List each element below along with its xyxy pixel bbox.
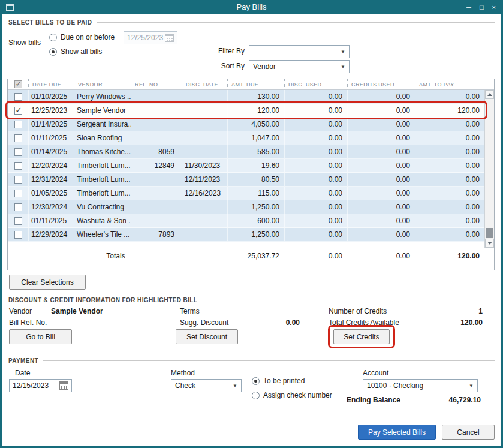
to-be-printed-radio[interactable]: To be printed bbox=[252, 377, 305, 385]
amt-to-pay-cell: 0.00 bbox=[415, 131, 484, 145]
date-due-cell: 01/11/2025 bbox=[28, 214, 74, 227]
disc-used-cell: 0.00 bbox=[284, 173, 347, 186]
amt-due-cell: 585.00 bbox=[227, 145, 284, 158]
show-all-bills-label[interactable]: Show all bills bbox=[61, 47, 102, 56]
table-row[interactable]: 12/20/2024 Timberloft Lum... 12849 11/30… bbox=[8, 159, 484, 173]
col-header-date-due[interactable]: DATE DUE bbox=[28, 79, 74, 89]
table-row[interactable]: 01/11/2025 Washuta & Son ... 600.00 0.00… bbox=[8, 214, 484, 228]
table-row[interactable]: 01/10/2025 Perry Windows ... 130.00 0.00… bbox=[8, 90, 484, 104]
chevron-down-icon: ▼ bbox=[341, 64, 345, 70]
due-on-or-before-radio[interactable]: Due on or before bbox=[49, 33, 115, 41]
table-row-selected[interactable]: 12/25/2023 Sample Vendor 120.00 0.00 0.0… bbox=[8, 104, 484, 118]
scrollbar-thumb[interactable] bbox=[486, 228, 493, 238]
calendar-icon[interactable] bbox=[59, 381, 68, 390]
radio-icon[interactable] bbox=[252, 392, 260, 399]
row-checkbox[interactable] bbox=[14, 203, 22, 211]
ref-no-cell bbox=[131, 173, 182, 186]
row-checkbox[interactable] bbox=[14, 176, 22, 184]
bill-ref-no-label: Bill Ref. No. bbox=[9, 318, 47, 327]
scroll-down-button[interactable] bbox=[485, 239, 494, 248]
payment-section-header: PAYMENT bbox=[8, 357, 495, 364]
row-checkbox[interactable] bbox=[14, 162, 22, 170]
col-header-disc-used[interactable]: DISC. USED bbox=[284, 79, 347, 89]
show-all-bills-radio[interactable]: Show all bills bbox=[49, 47, 102, 56]
table-row[interactable]: 12/31/2024 Timberloft Lum... 12/11/2023 … bbox=[8, 173, 484, 187]
select-all-checkbox[interactable] bbox=[14, 80, 22, 88]
radio-icon[interactable] bbox=[252, 377, 260, 385]
table-scrollbar[interactable] bbox=[484, 90, 494, 248]
set-discount-button[interactable]: Set Discount bbox=[176, 329, 238, 344]
table-row[interactable]: 12/29/2024 Wheeler's Tile ... 7893 1,250… bbox=[8, 228, 484, 242]
account-dropdown[interactable]: 10100 · Checking ▼ bbox=[363, 379, 478, 392]
ref-no-cell bbox=[131, 200, 182, 214]
disc-used-cell: 0.00 bbox=[284, 187, 347, 200]
due-on-or-before-label[interactable]: Due on or before bbox=[61, 33, 115, 41]
table-row[interactable]: 01/14/2025 Sergeant Insura... 4,050.00 0… bbox=[8, 118, 484, 131]
amt-to-pay-cell: 0.00 bbox=[415, 145, 484, 158]
method-dropdown[interactable]: Check ▼ bbox=[171, 379, 242, 392]
radio-icon[interactable] bbox=[49, 48, 57, 56]
row-checkbox[interactable] bbox=[14, 93, 22, 101]
row-checkbox[interactable] bbox=[14, 134, 22, 142]
calendar-icon[interactable] bbox=[165, 34, 174, 42]
section-divider bbox=[202, 300, 495, 300]
table-row[interactable]: 12/30/2024 Vu Contracting 1,250.00 0.00 … bbox=[8, 200, 484, 214]
to-be-printed-label[interactable]: To be printed bbox=[263, 377, 305, 385]
account-value: 10100 · Checking bbox=[367, 381, 423, 390]
table-row[interactable]: 01/14/2025 Thomas Kitche... 8059 585.00 … bbox=[8, 145, 484, 159]
row-checkbox[interactable] bbox=[14, 231, 22, 239]
col-header-amt-due[interactable]: AMT. DUE bbox=[227, 79, 284, 89]
payment-date-field[interactable]: 12/15/2023 bbox=[9, 379, 72, 392]
cancel-button[interactable]: Cancel bbox=[442, 425, 495, 440]
disc-date-cell: 12/16/2023 bbox=[182, 187, 227, 200]
col-header-amt-to-pay[interactable]: AMT. TO PAY bbox=[415, 79, 494, 89]
col-header-disc-date[interactable]: DISC. DATE bbox=[182, 79, 227, 89]
disc-used-cell: 0.00 bbox=[284, 118, 347, 131]
assign-check-number-label[interactable]: Assign check number bbox=[263, 391, 332, 399]
vendor-cell: Thomas Kitche... bbox=[74, 145, 131, 158]
row-checkbox[interactable] bbox=[14, 217, 22, 225]
col-header-vendor[interactable]: VENDOR bbox=[74, 79, 131, 89]
method-label: Method bbox=[171, 369, 195, 377]
clear-selections-button[interactable]: Clear Selections bbox=[9, 275, 86, 290]
sort-by-dropdown[interactable]: Vendor ▼ bbox=[249, 60, 350, 73]
total-credits-available-label: Total Credits Available bbox=[329, 318, 399, 327]
terms-label: Terms bbox=[180, 307, 200, 315]
assign-check-number-radio[interactable]: Assign check number bbox=[252, 391, 332, 399]
scroll-up-button[interactable] bbox=[485, 90, 494, 99]
col-header-ref-no[interactable]: REF. NO. bbox=[131, 79, 182, 89]
credits-used-cell: 0.00 bbox=[347, 187, 415, 200]
date-due-cell: 01/10/2025 bbox=[28, 90, 74, 103]
date-due-cell: 01/14/2025 bbox=[28, 118, 74, 131]
disc-date-cell bbox=[182, 131, 227, 145]
payment-date-label: Date bbox=[15, 369, 30, 377]
amt-due-cell: 4,050.00 bbox=[227, 118, 284, 131]
go-to-bill-button[interactable]: Go to Bill bbox=[9, 329, 72, 344]
close-icon[interactable]: × bbox=[492, 4, 496, 11]
amt-to-pay-cell: 0.00 bbox=[415, 187, 484, 200]
minimize-icon[interactable]: ─ bbox=[466, 4, 471, 11]
amt-to-pay-cell: 0.00 bbox=[415, 159, 484, 172]
radio-icon[interactable] bbox=[49, 34, 57, 41]
filter-by-dropdown[interactable]: ▼ bbox=[249, 45, 350, 58]
row-checkbox[interactable] bbox=[14, 121, 22, 128]
amt-due-cell: 1,250.00 bbox=[227, 200, 284, 214]
row-checkbox[interactable] bbox=[14, 190, 22, 197]
row-checkbox[interactable] bbox=[14, 107, 22, 115]
due-date-field[interactable]: 12/25/2023 bbox=[124, 31, 177, 44]
row-checkbox[interactable] bbox=[14, 148, 22, 156]
number-of-credits-value: 1 bbox=[420, 307, 483, 315]
select-bills-title: SELECT BILLS TO BE PAID bbox=[8, 19, 92, 26]
ref-no-cell bbox=[131, 118, 182, 131]
filter-by-label: Filter By bbox=[204, 47, 245, 55]
disc-used-cell: 0.00 bbox=[284, 159, 347, 172]
table-row[interactable]: 01/05/2025 Timberloft Lum... 12/16/2023 … bbox=[8, 187, 484, 200]
maximize-icon[interactable]: □ bbox=[480, 4, 484, 11]
table-row[interactable]: 01/11/2025 Sloan Roofing 1,047.00 0.00 0… bbox=[8, 131, 484, 145]
ref-no-cell: 8059 bbox=[131, 145, 182, 158]
credits-used-cell: 0.00 bbox=[347, 90, 415, 103]
disc-date-cell bbox=[182, 214, 227, 227]
col-header-credits-used[interactable]: CREDITS USED bbox=[347, 79, 415, 89]
pay-selected-bills-button[interactable]: Pay Selected Bills bbox=[358, 425, 436, 440]
set-credits-button[interactable]: Set Credits bbox=[333, 329, 390, 344]
